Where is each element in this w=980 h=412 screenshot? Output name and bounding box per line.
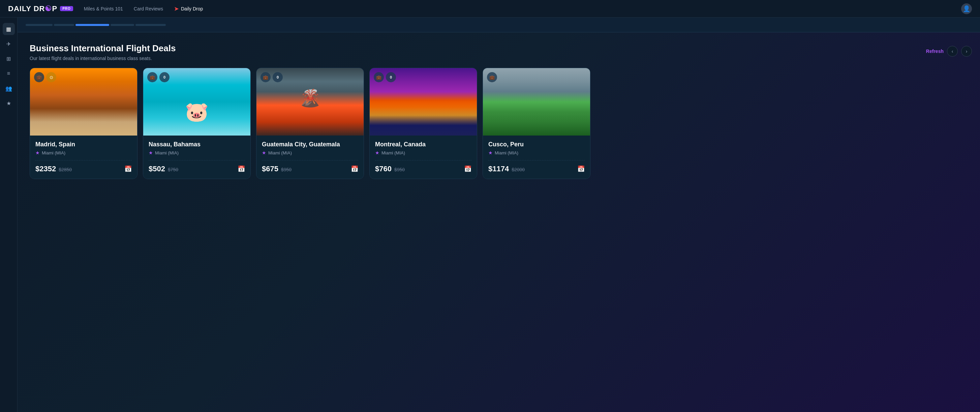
card-price: $1174 $2000: [488, 164, 525, 173]
sidebar-item-favorites[interactable]: ★: [3, 97, 15, 109]
price-original: $950: [394, 167, 405, 172]
sidebar-item-flights[interactable]: ✈: [3, 38, 15, 50]
briefcase-badge: 💼: [261, 72, 270, 82]
content-area: Business International Flight Deals Our …: [18, 32, 980, 412]
circle-num-badge: 0: [386, 72, 396, 82]
volcano-overlay: 🌋: [300, 88, 320, 108]
pro-badge: PRO: [60, 6, 73, 11]
card-image-cusco: 💼: [483, 68, 590, 136]
card-image-montreal: 💼 0: [370, 68, 477, 136]
briefcase-badge: 💼: [147, 72, 158, 82]
price-current: $502: [149, 164, 165, 173]
scroll-tab[interactable]: [54, 24, 74, 26]
star-icon: ★: [35, 150, 40, 155]
card-badges-montreal: 💼 0: [374, 72, 396, 82]
card-origin: ★ Miami (MIA): [375, 150, 471, 155]
card-price: $675 $950: [262, 164, 291, 173]
sidebar-item-users[interactable]: 👥: [3, 82, 15, 94]
card-price-row: $1174 $2000 📅: [488, 164, 585, 173]
briefcase-badge: 💼: [374, 72, 384, 82]
user-avatar[interactable]: 👤: [961, 3, 972, 14]
price-original: $750: [168, 167, 178, 172]
flights-icon: ✈: [6, 41, 11, 47]
card-badges-cusco: 💼: [487, 72, 497, 82]
card-price: $760 $950: [375, 164, 405, 173]
price-current: $675: [262, 164, 278, 173]
card-destination: Nassau, Bahamas: [149, 141, 245, 148]
nav-miles[interactable]: Miles & Points 101: [84, 6, 123, 11]
section-controls: Refresh ‹ ›: [926, 46, 972, 57]
logo-drop: ☯: [45, 5, 52, 13]
scroll-tab[interactable]: [111, 24, 134, 26]
circle-num-badge: 0: [273, 72, 283, 82]
daily-drop-arrow-icon: ➤: [174, 5, 179, 13]
next-arrow-button[interactable]: ›: [961, 46, 972, 57]
section-title-group: Business International Flight Deals Our …: [30, 43, 176, 61]
logo[interactable]: DAILY DR☯P PRO: [8, 5, 73, 13]
grid-icon: ⊞: [6, 56, 11, 62]
scroll-tab[interactable]: [25, 24, 52, 26]
card-badges-madrid: 💼 ⊙: [34, 72, 56, 82]
nav-daily-drop[interactable]: ➤ Daily Drop: [174, 5, 203, 13]
scroll-tab[interactable]: [135, 24, 166, 26]
chevron-left-icon: ‹: [952, 49, 953, 54]
card-body-cusco: Cusco, Peru ★ Miami (MIA) $1174 $2000 📅: [483, 136, 590, 179]
card-image-nassau: 🐷 💼 0: [143, 68, 250, 136]
users-icon: 👥: [5, 85, 12, 92]
briefcase-badge: 💼: [34, 72, 44, 82]
card-price: $2352 $2850: [35, 164, 72, 173]
price-current: $760: [375, 164, 391, 173]
deal-card-guatemala[interactable]: 🌋 💼 0 Guatemala City, Guatemala ★ Miami …: [256, 68, 364, 179]
price-current: $1174: [488, 164, 509, 173]
nav-cards[interactable]: Card Reviews: [134, 6, 163, 11]
deal-card-montreal[interactable]: 💼 0 Montreal, Canada ★ Miami (MIA) $760: [369, 68, 477, 179]
star-icon: ★: [488, 150, 493, 155]
card-origin: ★ Miami (MIA): [488, 150, 585, 155]
main-content: Business International Flight Deals Our …: [18, 18, 980, 412]
list-icon: ≡: [7, 70, 10, 77]
deal-card-nassau[interactable]: 🐷 💼 0 Nassau, Bahamas ★ Miami (MIA): [143, 68, 251, 179]
card-price-row: $760 $950 📅: [375, 164, 471, 173]
star-icon: ★: [149, 150, 153, 155]
star-icon: ★: [262, 150, 266, 155]
sidebar-item-list[interactable]: ≡: [3, 67, 15, 80]
price-current: $2352: [35, 164, 56, 173]
star-icon: ★: [375, 150, 379, 155]
prev-arrow-button[interactable]: ‹: [947, 46, 958, 57]
sidebar-item-grid[interactable]: ⊞: [3, 53, 15, 65]
chevron-right-icon: ›: [966, 49, 967, 54]
deal-card-cusco[interactable]: 💼 Cusco, Peru ★ Miami (MIA) $1174 $2000: [483, 68, 590, 179]
card-price-row: $502 $750 📅: [149, 164, 245, 173]
card-body-guatemala: Guatemala City, Guatemala ★ Miami (MIA) …: [256, 136, 364, 179]
pig-image-overlay: 🐷: [143, 88, 250, 136]
card-badges-nassau: 💼 0: [147, 72, 170, 82]
deal-card-madrid[interactable]: 💼 ⊙ Madrid, Spain ★ Miami (MIA) $2352 $: [30, 68, 137, 179]
section-title: Business International Flight Deals: [30, 43, 176, 54]
card-body-montreal: Montreal, Canada ★ Miami (MIA) $760 $950…: [370, 136, 477, 179]
nav-links: Miles & Points 101 Card Reviews ➤ Daily …: [84, 3, 972, 14]
calendar-icon[interactable]: 📅: [238, 165, 245, 172]
sidebar: ▦ ✈ ⊞ ≡ 👥 ★: [0, 18, 18, 412]
calendar-icon[interactable]: 📅: [464, 165, 471, 172]
price-original: $950: [281, 167, 291, 172]
refresh-button[interactable]: Refresh: [926, 49, 943, 54]
card-body-nassau: Nassau, Bahamas ★ Miami (MIA) $502 $750 …: [143, 136, 250, 179]
section-header: Business International Flight Deals Our …: [30, 43, 972, 61]
calendar-icon[interactable]: 📅: [351, 165, 358, 172]
card-price: $502 $750: [149, 164, 178, 173]
avatar-icon: 👤: [963, 5, 970, 13]
calendar-icon[interactable]: 📅: [577, 165, 585, 172]
card-price-row: $675 $950 📅: [262, 164, 358, 173]
section-subtitle: Our latest flight deals in international…: [30, 56, 176, 61]
card-origin: ★ Miami (MIA): [35, 150, 132, 155]
card-image-guatemala: 🌋 💼 0: [256, 68, 364, 136]
card-body-madrid: Madrid, Spain ★ Miami (MIA) $2352 $2850 …: [30, 136, 137, 179]
card-origin: ★ Miami (MIA): [149, 150, 245, 155]
logo-text: DAILY DR☯P: [8, 5, 57, 13]
star-icon: ★: [6, 100, 11, 107]
scroll-tab-active[interactable]: [75, 24, 109, 26]
calendar-icon[interactable]: 📅: [124, 165, 132, 172]
yellow-badge: ⊙: [46, 72, 56, 82]
dashboard-icon: ▦: [6, 26, 11, 32]
sidebar-item-dashboard[interactable]: ▦: [3, 23, 15, 35]
